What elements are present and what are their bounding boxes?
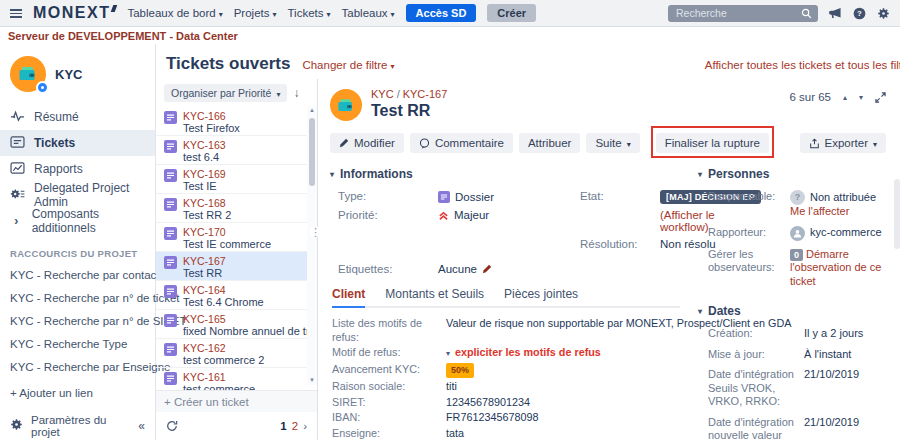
tab-montants-et-seuils[interactable]: Montants et Seuils (385, 287, 484, 306)
shortcut-search-type[interactable]: KYC - Recherche Type (0, 333, 155, 356)
ticket-type-icon (164, 314, 177, 327)
ticket-detail-panel: 6 sur 65 ▴ ▾ KYC/KYC-167 Test (318, 79, 900, 440)
detail-side-panel: Personnes Responsable: Non attribuée Me … (698, 163, 886, 440)
sidebar-item-delegated-admin[interactable]: Delegated Project Admin (0, 182, 155, 208)
breadcrumb: KYC/KYC-167 (371, 87, 447, 101)
ticket-type-icon (164, 169, 177, 182)
scroll-down-icon[interactable] (307, 376, 317, 385)
edit-button[interactable]: Modifier (330, 133, 404, 153)
list-scrollbar[interactable] (307, 106, 317, 385)
tab-client[interactable]: Client (332, 287, 365, 308)
chevron-down-icon (276, 87, 280, 99)
menu-dashboards[interactable]: Tableaux de bord (127, 7, 222, 19)
watchers-row: Gérer les observateurs: 0Démarre l'obser… (708, 248, 886, 289)
ticket-row[interactable]: KYC-163test 6.4 (156, 136, 317, 165)
scrollbar-thumb[interactable] (309, 118, 315, 186)
ticket-type-icon (164, 227, 177, 240)
page-next[interactable]: 2 (292, 420, 298, 432)
shortcut-search-contact[interactable]: KYC - Recherche par contact (0, 264, 155, 287)
megaphone-icon[interactable] (829, 7, 842, 19)
page-current[interactable]: 1 (280, 420, 286, 432)
edit-labels-pencil-icon[interactable] (482, 264, 492, 274)
people-section-header[interactable]: Personnes (698, 167, 886, 181)
dates-section-header[interactable]: Dates (698, 304, 886, 318)
ticket-row[interactable]: KYC-165fixed Nombre annuel de transa... (156, 310, 317, 339)
detail-scrollbar-thumb[interactable] (894, 179, 900, 249)
content-body: Organiser par Priorité KYC-166Test Firef… (156, 79, 900, 440)
create-ticket-button[interactable]: + Créer un ticket (156, 390, 317, 412)
ticket-type-icon (164, 285, 177, 298)
ticket-row[interactable]: KYC-161test commerce (156, 368, 317, 390)
help-icon[interactable]: ? (853, 7, 866, 20)
ticket-row[interactable]: KYC-168Test RR 2 (156, 194, 317, 223)
ticket-type-icon (164, 256, 177, 269)
ticket-type-icon (164, 343, 177, 356)
ticket-type-icon (164, 198, 177, 211)
collapse-chevron-icon (698, 307, 702, 316)
refresh-icon[interactable] (166, 420, 178, 432)
ticket-row-selected[interactable]: KYC-167Test RR (156, 252, 317, 281)
sidebar-item-summary[interactable]: Résumé (0, 104, 155, 130)
collapse-sidebar-icon[interactable] (138, 419, 145, 433)
client-fields: Liste des motifs de refus: Valeur de ris… (332, 317, 680, 440)
page-next-arrow-icon[interactable] (303, 420, 307, 432)
project-avatar (10, 56, 46, 92)
add-link-button[interactable]: + Ajouter un lien (0, 379, 155, 407)
scroll-up-icon[interactable] (307, 106, 317, 115)
ticket-row[interactable]: KYC-169Test IE (156, 165, 317, 194)
search-box[interactable] (668, 5, 818, 22)
expand-icon[interactable] (875, 92, 886, 103)
page-title: Tickets ouverts (166, 54, 290, 74)
more-button[interactable]: Suite (586, 133, 639, 153)
ticket-row[interactable]: KYC-166Test Firefox (156, 107, 317, 136)
show-all-filters-link[interactable]: Afficher toutes les tickets et tous les … (705, 59, 900, 71)
tab-pieces-jointes[interactable]: Pièces jointes (504, 287, 578, 306)
sort-direction-button[interactable] (293, 86, 299, 100)
export-button[interactable]: Exporter (800, 133, 886, 153)
create-button[interactable]: Créer (487, 4, 536, 22)
pulse-icon (10, 110, 25, 125)
breadcrumb-ticket-link[interactable]: KYC-167 (403, 88, 448, 100)
explain-refusal-link[interactable]: expliciter les motifs de refus (455, 346, 601, 358)
informations-section-header[interactable]: Informations (330, 167, 680, 181)
sidebar-item-reports[interactable]: Rapports (0, 156, 155, 182)
menu-tickets[interactable]: Tickets (288, 7, 331, 19)
breadcrumb-project-link[interactable]: KYC (371, 88, 394, 100)
main-layout: KYC Résumé Tickets Rapports Delegated Pr… (0, 44, 900, 440)
ticket-list: KYC-166Test Firefox KYC-163test 6.4 KYC-… (156, 107, 317, 390)
gear-icon[interactable] (877, 7, 890, 20)
menu-icon[interactable] (10, 9, 22, 18)
assign-button[interactable]: Attribuer (519, 133, 580, 153)
comment-button[interactable]: Commentaire (410, 133, 513, 153)
finalize-rupture-button[interactable]: Finaliser la rupture (656, 133, 769, 153)
state-label: Etat: (580, 190, 660, 202)
sidebar-item-tickets[interactable]: Tickets (0, 130, 155, 156)
start-watching-link[interactable]: Démarre l'observation de ce ticket (790, 248, 881, 287)
search-icon (801, 8, 812, 19)
sidebar-item-addons[interactable]: › Composants additionnels (0, 208, 155, 234)
next-ticket-icon[interactable]: ▾ (859, 93, 863, 102)
date-row: Création: Il y a 2 jours (708, 327, 886, 341)
assign-to-me-link[interactable]: Me l'affecter (790, 205, 849, 217)
chevron-down-icon (627, 137, 631, 149)
ticket-row[interactable]: KYC-164Test 6.4 Chrome (156, 281, 317, 310)
logo-tick-icon (111, 5, 118, 12)
change-filter-link[interactable]: Changer de filtre (302, 59, 394, 71)
menu-projects[interactable]: Projets (234, 7, 277, 19)
project-settings-link[interactable]: Paramètres du projet (31, 414, 130, 438)
previous-ticket-icon[interactable]: ▴ (843, 93, 847, 102)
ticket-row[interactable]: KYC-170Test IE commerce (156, 223, 317, 252)
chevron-down-icon[interactable] (446, 346, 450, 358)
project-header[interactable]: KYC (0, 44, 155, 104)
access-sd-button[interactable]: Accès SD (406, 4, 477, 22)
search-input[interactable] (674, 6, 797, 20)
panel-resize-handle[interactable] (310, 227, 321, 237)
shortcut-search-ticket-number[interactable]: KYC - Recherche par n° de ticket (0, 287, 155, 310)
wallet-icon (337, 98, 355, 113)
detail-pager: 6 sur 65 ▴ ▾ (789, 91, 886, 103)
sort-by-select[interactable]: Organiser par Priorité (164, 84, 287, 102)
ticket-row[interactable]: KYC-162test commerce 2 (156, 339, 317, 368)
shortcut-search-enseigne[interactable]: KYC - Recherche par Enseigne (0, 356, 155, 379)
menu-boards[interactable]: Tableaux (342, 7, 395, 19)
shortcut-search-siret[interactable]: KYC - Recherche par n° de SIRET (0, 310, 155, 333)
